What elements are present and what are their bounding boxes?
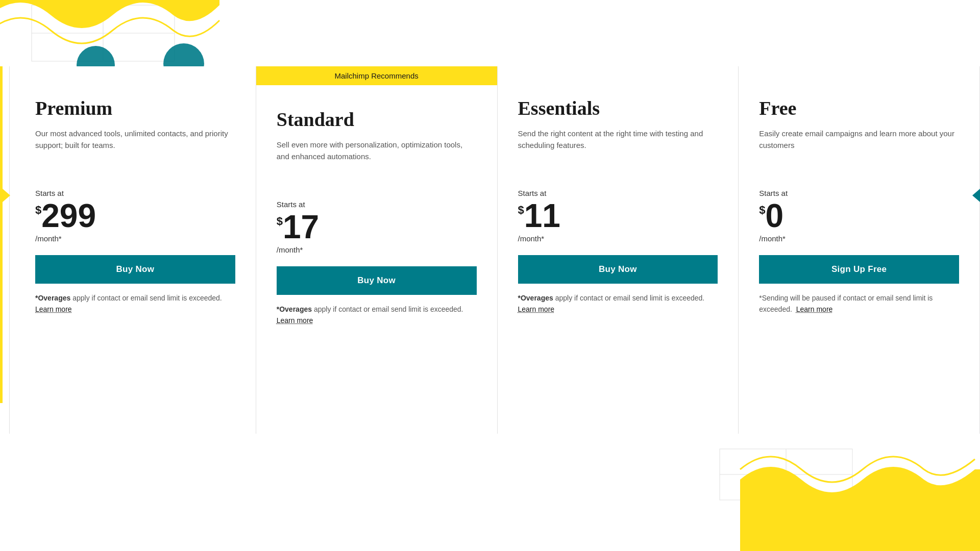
standard-overage-rest: apply if contact or email send limit is … [314,305,463,313]
essentials-cta-button[interactable]: Buy Now [518,255,718,284]
free-price-row: $ 0 [759,199,959,232]
standard-currency: $ [277,215,283,228]
essentials-learn-more-link[interactable]: Learn more [518,305,555,313]
left-arrow-accent [3,189,10,202]
free-learn-more-link[interactable]: Learn more [796,305,833,313]
right-arrow-accent [972,189,980,202]
free-starts-at: Starts at [759,189,959,197]
bottom-right-decoration [715,439,980,551]
free-currency: $ [759,204,765,217]
essentials-price-row: $ 11 [518,199,718,232]
essentials-currency: $ [518,204,524,217]
standard-learn-more-link[interactable]: Learn more [277,316,313,324]
premium-period: /month* [35,234,235,243]
standard-plan-description: Sell even more with personalization, opt… [277,139,477,185]
top-left-decoration [0,0,255,69]
recommended-banner: Mailchimp Recommends [256,66,497,85]
essentials-plan-card: Essentials Send the right content at the… [498,66,739,434]
standard-price-amount: 17 [283,211,319,243]
standard-price-row: $ 17 [277,211,477,243]
premium-price-amount: 299 [41,199,96,232]
standard-plan-card: Mailchimp Recommends Standard Sell even … [256,66,498,434]
standard-period: /month* [277,245,477,254]
essentials-plan-name: Essentials [518,97,718,119]
premium-overage-bold: *Overages [35,294,70,302]
pricing-container: Premium Our most advanced tools, unlimit… [9,66,980,434]
essentials-overage-text: *Overages apply if contact or email send… [518,293,718,315]
premium-price-row: $ 299 [35,199,235,232]
free-plan-card: Free Easily create email campaigns and l… [739,66,980,434]
standard-plan-name: Standard [277,108,477,131]
free-plan-name: Free [759,97,959,119]
essentials-plan-description: Send the right content at the right time… [518,128,718,173]
premium-plan-name: Premium [35,97,235,119]
essentials-price-amount: 11 [524,199,560,232]
free-plan-description: Easily create email campaigns and learn … [759,128,959,173]
essentials-period: /month* [518,234,718,243]
free-period: /month* [759,234,959,243]
premium-overage-rest: apply if contact or email send limit is … [72,294,222,302]
premium-currency: $ [35,204,41,217]
essentials-overage-rest: apply if contact or email send limit is … [555,294,705,302]
free-price-amount: 0 [766,199,784,232]
standard-starts-at: Starts at [277,200,477,209]
premium-learn-more-link[interactable]: Learn more [35,305,72,313]
essentials-overage-bold: *Overages [518,294,553,302]
premium-plan-description: Our most advanced tools, unlimited conta… [35,128,235,173]
standard-cta-button[interactable]: Buy Now [277,266,477,295]
premium-cta-button[interactable]: Buy Now [35,255,235,284]
standard-overage-text: *Overages apply if contact or email send… [277,304,477,326]
premium-starts-at: Starts at [35,189,235,197]
essentials-starts-at: Starts at [518,189,718,197]
premium-plan-card: Premium Our most advanced tools, unlimit… [9,66,256,434]
standard-overage-bold: *Overages [277,305,312,313]
free-cta-button[interactable]: Sign Up Free [759,255,959,284]
free-overage-rest: *Sending will be paused if contact or em… [759,294,933,313]
premium-overage-text: *Overages apply if contact or email send… [35,293,235,315]
free-overage-text: *Sending will be paused if contact or em… [759,293,959,315]
left-yellow-accent [0,66,3,403]
